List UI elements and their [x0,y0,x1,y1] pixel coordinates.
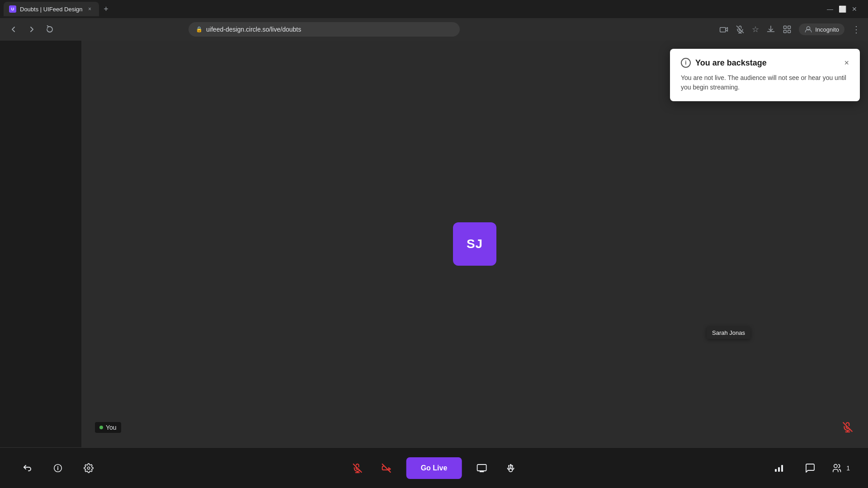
window-controls: — ⬜ ✕ [827,5,864,13]
info-icon: i [681,58,691,68]
info-button[interactable] [49,459,67,477]
address-bar[interactable]: 🔒 uifeed-design.circle.so/live/doubts [189,22,460,37]
url-text: uifeed-design.circle.so/live/doubts [206,26,301,33]
incognito-button[interactable]: Incognito [799,23,844,35]
backstage-notification: i You are backstage × You are not live. … [670,49,860,101]
participants-count-label: 1 [846,465,850,472]
active-tab[interactable]: U Doubts | UIFeed Design × [4,2,99,16]
bottom-toolbar: Go Live [0,447,868,488]
main-area: SJ You i You [0,41,868,488]
you-label-area: You [95,422,121,433]
svg-rect-4 [788,30,791,33]
address-bar-row: 🔒 uifeed-design.circle.so/live/doubts ☆ [0,18,868,41]
download-icon[interactable] [766,25,775,34]
browser-chrome: U Doubts | UIFeed Design × + — ⬜ ✕ 🔒 uif… [0,0,868,41]
lock-icon: 🔒 [196,26,203,33]
bookmark-icon[interactable]: ☆ [752,24,759,34]
settings-button[interactable] [80,459,98,477]
you-text: You [106,424,117,431]
backstage-toast-title: You are backstage [695,58,840,68]
you-badge: You [95,422,121,433]
toolbar-center-controls: Go Live [349,457,520,479]
incognito-label: Incognito [815,26,839,33]
video-area: SJ You i You [0,41,868,447]
raise-hand-button[interactable] [501,459,519,477]
backstage-toast-header: i You are backstage × [681,58,849,68]
participants-button[interactable]: 1 [832,459,850,477]
new-tab-button[interactable]: + [101,4,112,14]
svg-rect-8 [477,465,486,471]
maximize-button[interactable]: ⬜ [839,5,846,13]
leave-button[interactable] [18,459,36,477]
tab-title: Doubts | UIFeed Design [20,6,83,13]
go-live-button[interactable]: Go Live [406,457,462,479]
svg-point-7 [87,467,90,469]
backstage-toast-body: You are not live. The audience will not … [681,73,849,92]
participant-avatar-container: SJ [453,222,496,266]
forward-button[interactable] [25,23,38,36]
svg-rect-2 [788,26,791,29]
status-dot [99,426,103,429]
svg-rect-9 [775,469,777,472]
tab-favicon: U [9,5,16,13]
signal-quality-button[interactable] [770,459,788,477]
camera-icon[interactable] [719,25,728,34]
participant-avatar: SJ [453,222,496,266]
browser-toolbar-icons: ☆ Incognito ⋮ [719,23,861,35]
muted-mic-indicator [842,421,854,433]
left-sidebar-strip [0,41,81,447]
svg-rect-3 [784,30,787,33]
backstage-toast-close-button[interactable]: × [844,59,849,67]
mic-blocked-icon[interactable] [736,25,745,34]
extensions-icon[interactable] [783,25,792,34]
video-canvas: SJ [81,41,868,447]
toolbar-left-controls [18,459,98,477]
mute-video-button[interactable] [377,459,396,477]
chat-button[interactable] [801,459,819,477]
svg-rect-11 [781,465,783,472]
avatar-initials: SJ [467,237,483,251]
svg-rect-1 [784,26,787,29]
back-button[interactable] [7,23,20,36]
svg-point-12 [834,464,837,467]
toolbar-right-controls: 1 [770,459,850,477]
screen-share-button[interactable] [472,459,491,477]
close-window-button[interactable]: ✕ [852,5,857,13]
svg-rect-0 [720,28,726,32]
minimize-button[interactable]: — [827,5,833,13]
sarah-jonas-tooltip: Sarah Jonas [707,327,750,339]
svg-rect-10 [778,467,780,472]
tab-close-button[interactable]: × [86,5,94,13]
tab-bar: U Doubts | UIFeed Design × + — ⬜ ✕ [0,0,868,18]
mute-mic-button[interactable] [349,459,367,477]
reload-button[interactable] [43,23,56,36]
more-options-icon[interactable]: ⋮ [852,24,861,35]
